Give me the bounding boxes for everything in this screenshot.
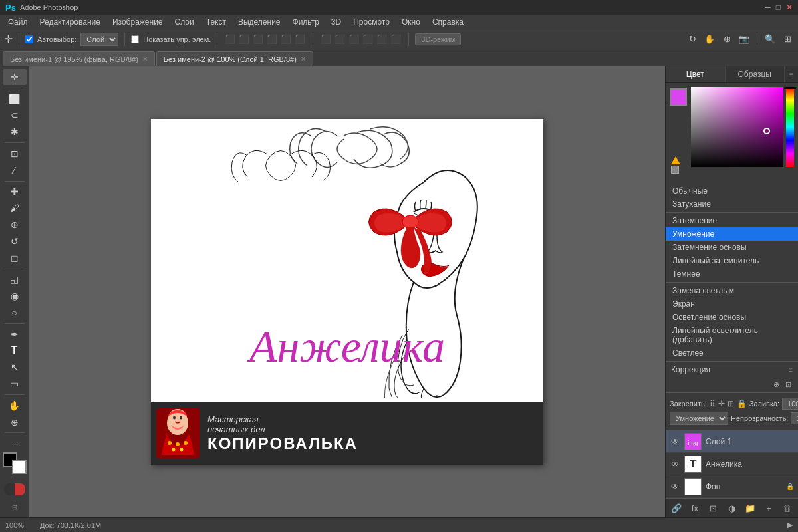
delete-layer-btn[interactable]: 🗑 [781,501,794,515]
blend-darker-color[interactable]: Темнее [666,267,798,281]
tab-samples[interactable]: Образцы [726,66,785,82]
heal-tool-btn[interactable]: ✚ [3,184,27,200]
menu-window[interactable]: Окно [396,16,426,28]
align-right-icon[interactable]: ⬛ [251,33,265,46]
history-btn[interactable]: ↺ [3,233,27,249]
panels-icon[interactable]: ⊞ [781,33,794,46]
add-mask-btn[interactable]: ⊡ [707,501,720,515]
blend-linear-burn[interactable]: Линейный затемнитель [666,254,798,267]
lock-artboard-btn[interactable]: ⊞ [728,398,734,410]
layer-1-visibility[interactable]: 👁 [670,436,680,447]
menu-view[interactable]: Просмотр [348,16,395,28]
autoselect-dropdown[interactable]: Слой [80,33,118,46]
menu-layers[interactable]: Слои [170,16,200,28]
dist-left-icon[interactable]: ⬛ [319,33,332,46]
hue-slider[interactable] [786,87,794,167]
tab-1[interactable]: Без имени-1 @ 195% (фыва, RGB/8#) ✕ [3,51,155,66]
show-controls-checkbox[interactable] [131,35,139,43]
warning-triangle-icon[interactable] [671,156,680,164]
correction-mask-icon[interactable]: ⊡ [782,378,794,390]
path-select-btn[interactable]: ↖ [3,359,27,375]
status-arrow-btn[interactable]: ▶ [787,521,793,529]
tab-2-close[interactable]: ✕ [301,55,306,63]
screen-mode-btn[interactable]: ⊟ [3,499,27,515]
blend-color-burn[interactable]: Затемнение основы [666,241,798,254]
menu-image[interactable]: Изображение [107,16,168,28]
minimize-button[interactable]: ─ [765,3,771,12]
search-icon[interactable]: 🔍 [763,33,777,46]
lock-pixels-btn[interactable]: ⠿ [710,398,716,410]
quick-select-btn[interactable]: ✱ [3,124,27,140]
blend-color-dodge[interactable]: Осветление основы [666,311,798,324]
add-group-btn[interactable]: 📁 [743,501,757,515]
lock-all-btn[interactable]: 🔒 [737,398,747,410]
color-panel-menu[interactable]: ≡ [785,66,798,82]
add-style-btn[interactable]: fx [688,501,702,515]
compass-icon[interactable]: ⊕ [720,33,733,46]
close-button[interactable]: ✕ [786,3,793,12]
layer-3-visibility[interactable]: 👁 [670,481,680,492]
pen-tool-btn[interactable]: ✒ [3,327,27,342]
blend-lighter-color[interactable]: Светлее [666,346,798,360]
menu-select[interactable]: Выделение [233,16,286,28]
dist-center-v-icon[interactable]: ⬛ [375,33,388,46]
menu-file[interactable]: Файл [3,16,33,28]
add-adjustment-btn[interactable]: ◑ [725,501,738,515]
tab-1-close[interactable]: ✕ [142,55,148,63]
blend-screen[interactable]: Экран [666,297,798,311]
add-layer-btn[interactable]: + [762,501,775,515]
blend-lighten[interactable]: Замена светлым [666,284,798,297]
color-swatch-fg[interactable] [670,88,687,106]
dist-right-icon[interactable]: ⬛ [347,33,360,46]
eyedropper-tool-btn[interactable]: ∕ [3,162,27,178]
layer-item-3[interactable]: 👁 Фон 🔒 [666,475,798,498]
blend-darken[interactable]: Затемнение [666,214,798,227]
dist-center-h-icon[interactable]: ⬛ [333,33,346,46]
camera-icon[interactable]: 📷 [737,33,751,46]
link-layers-btn[interactable]: 🔗 [670,501,683,515]
blend-linear-dodge[interactable]: Линейный осветлитель (добавить) [666,324,798,346]
crop-tool-btn[interactable]: ⊡ [3,146,27,162]
lock-move-btn[interactable]: ✛ [718,398,725,410]
blur-tool-btn[interactable]: ◉ [3,288,27,304]
web-safe-color-swatch[interactable] [671,166,679,174]
rotate-icon[interactable]: ↻ [686,33,699,46]
fill-input[interactable] [782,398,798,410]
stamp-tool-btn[interactable]: ⊕ [3,217,27,233]
background-color[interactable] [12,460,27,474]
dist-top-icon[interactable]: ⬛ [361,33,374,46]
move-tool-icon[interactable]: ✛ [4,33,13,45]
dist-bottom-icon[interactable]: ⬛ [389,33,402,46]
blend-multiply[interactable]: Умножение [666,227,798,241]
blend-normal[interactable]: Обычные [666,184,798,198]
more-tools-btn[interactable]: ··· [3,436,27,452]
menu-help[interactable]: Справка [427,16,469,28]
hand-icon[interactable]: ✋ [703,33,716,46]
dodge-tool-btn[interactable]: ○ [3,305,27,321]
blend-dissolve[interactable]: Затухание [666,198,798,211]
brush-tool-btn[interactable]: 🖌 [3,200,27,216]
clip-layer-icon[interactable]: ⊕ [770,378,782,390]
zoom-tool-btn[interactable]: ⊕ [3,414,27,430]
maximize-button[interactable]: □ [776,3,781,12]
move-tool-btn[interactable]: ✛ [3,69,27,85]
quick-mask-btn[interactable] [4,483,25,495]
menu-text[interactable]: Текст [201,16,231,28]
align-bottom-icon[interactable]: ⬛ [293,33,307,46]
correction-panel-menu[interactable]: ≡ [789,366,793,374]
eraser-tool-btn[interactable]: ◻ [3,250,27,266]
menu-filter[interactable]: Фильтр [287,16,325,28]
menu-3d[interactable]: 3D [326,16,346,28]
autoselect-checkbox[interactable] [25,35,33,43]
hand-tool-btn[interactable]: ✋ [3,398,27,414]
align-left-icon[interactable]: ⬛ [223,33,237,46]
lasso-tool-btn[interactable]: ⊂ [3,108,27,124]
shape-tool-btn[interactable]: ▭ [3,376,27,392]
menu-edit[interactable]: Редактирование [35,16,106,28]
layer-item-1[interactable]: 👁 img Слой 1 [666,430,798,453]
marquee-tool-btn[interactable]: ⬜ [3,91,27,107]
layer-2-visibility[interactable]: 👁 [670,459,680,469]
opacity-input[interactable] [791,412,798,424]
align-top-icon[interactable]: ⬛ [265,33,279,46]
color-gradient-picker[interactable] [691,87,783,167]
